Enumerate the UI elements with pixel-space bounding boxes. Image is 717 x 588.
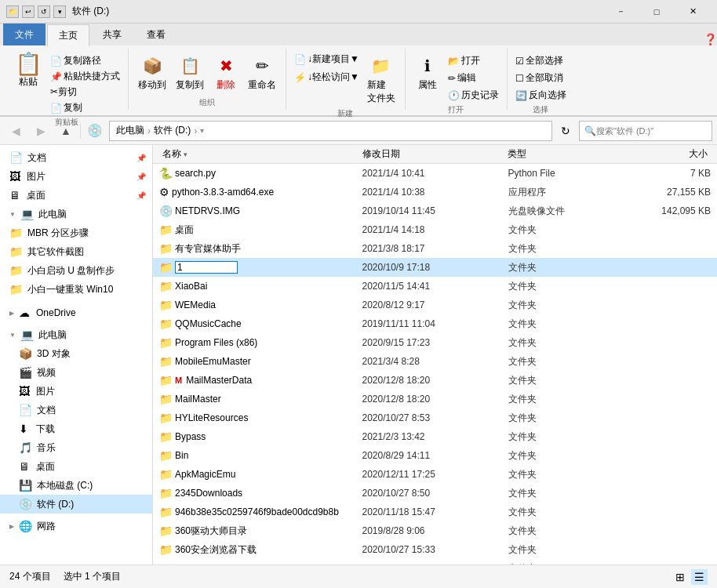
ribbon-group-select: ☑ 全部选择 ☐ 全部取消 🔄 反向选择 选择	[508, 49, 574, 110]
sidebar-item-desktop[interactable]: 🖥 桌面 📌	[0, 186, 152, 205]
table-row[interactable]: 📁 桌面 2021/1/4 14:18 文件夹	[153, 220, 717, 239]
properties-button[interactable]: ℹ 属性	[412, 52, 443, 93]
paste-button[interactable]: 📋 粘贴	[11, 52, 45, 90]
table-row[interactable]: 📁 946b38e35c0259746f9bade00dcd9b8b 2020/…	[153, 503, 717, 521]
sidebar-item-documents[interactable]: 📄 文档 📌	[0, 148, 152, 167]
sidebar-item-onedrive[interactable]: ▶ ☁ OneDrive	[0, 303, 152, 322]
table-row[interactable]: 📁 QQMusicCache 2019/11/11 11:04 文件夹	[153, 314, 717, 333]
edit-button[interactable]: ✏ 编辑	[446, 71, 500, 85]
table-row[interactable]: 🐍 search.py 2021/1/4 10:41 Python File 7…	[153, 164, 717, 183]
open-button[interactable]: 📂 打开	[446, 53, 500, 68]
sidebar-item-thispc-top[interactable]: ▼ 💻 此电脑	[0, 205, 152, 223]
undo-icon[interactable]: ↺	[38, 5, 50, 18]
help-button[interactable]: ❓	[704, 33, 717, 45]
column-date[interactable]: 修改日期	[359, 147, 505, 161]
list-view-button[interactable]: ☰	[691, 569, 708, 585]
maximize-button[interactable]: □	[639, 0, 675, 24]
file-icon: 📁	[159, 336, 173, 349]
table-row[interactable]: 💿 NETDRVS.IMG 2019/10/14 11:45 光盘映像文件 14…	[153, 201, 717, 220]
search-box[interactable]: 🔍	[579, 121, 712, 141]
column-type[interactable]: 类型	[504, 147, 627, 161]
sidebar-item-d-drive[interactable]: 💿 软件 (D:)	[0, 495, 152, 514]
sidebar-item-thispc[interactable]: ▼ 💻 此电脑	[0, 325, 152, 344]
tab-view[interactable]: 查看	[135, 24, 177, 45]
new-item-button[interactable]: 📄 ↓新建项目▼	[293, 52, 361, 67]
up-button[interactable]: ▲	[55, 122, 77, 140]
table-row[interactable]: 📁 ApkMagicEmu 2020/12/11 17:25 文件夹	[153, 465, 717, 484]
column-name[interactable]: 名称 ▾	[159, 147, 359, 161]
d-drive-icon: 💿	[19, 498, 32, 510]
grid-view-button[interactable]: ⊞	[672, 569, 688, 585]
table-row[interactable]: 📁 Program Files (x86) 2020/9/15 17:23 文件…	[153, 333, 717, 352]
sidebar-item-3d[interactable]: 📦 3D 对象	[0, 344, 152, 363]
sidebar-item-downloads[interactable]: ⬇ 下载	[0, 419, 152, 438]
tab-share[interactable]: 共享	[91, 24, 133, 45]
easy-access-button[interactable]: ⚡ ↓轻松访问▼	[293, 70, 361, 85]
sidebar-item-network[interactable]: ▶ 🌐 网路	[0, 517, 152, 535]
new-item-icon: 📄	[294, 54, 306, 65]
minimize-button[interactable]: －	[602, 0, 639, 24]
file-type: 文件夹	[508, 524, 630, 538]
table-row[interactable]: 📁 2345Downloads 2020/10/27 8:50 文件夹	[153, 484, 717, 503]
tab-file[interactable]: 文件	[3, 24, 45, 45]
sidebar-item-pictures2[interactable]: 🖼 图片	[0, 382, 152, 401]
table-row[interactable]: 📁 有专官媒体助手 2021/3/8 18:17 文件夹	[153, 239, 717, 258]
copy-button[interactable]: 📄 复制	[49, 100, 122, 115]
file-date: 2020/8/12 9:17	[362, 299, 508, 310]
quick-access-icon[interactable]: ↩	[22, 5, 35, 18]
sidebar-item-xiaobai-usb[interactable]: 📁 小白启动 U 盘制作步	[0, 261, 152, 280]
table-row[interactable]: 📁 MobileEmuMaster 2021/3/4 8:28 文件夹	[153, 352, 717, 371]
sidebar-item-documents2[interactable]: 📄 文档	[0, 401, 152, 419]
videos-icon: 🎬	[19, 366, 32, 379]
table-row[interactable]: 📁 HYLiteResources 2020/10/27 8:53 文件夹	[153, 408, 717, 427]
back-button[interactable]: ◀	[5, 122, 27, 140]
table-row[interactable]: 📁 M MailMasterData 2020/12/8 18:20 文件夹	[153, 371, 717, 390]
tab-home[interactable]: 主页	[47, 24, 89, 46]
table-row[interactable]: 📁 360安全浏览器下载 2020/10/27 15:33 文件夹	[153, 540, 717, 559]
custom-quick-access-icon[interactable]: ▾	[53, 5, 66, 18]
copy-to-button[interactable]: 📋 复制到	[173, 52, 207, 93]
file-icon: 📁	[159, 374, 173, 387]
table-row[interactable]: 📁 XiaoBai 2020/11/5 14:41 文件夹	[153, 277, 717, 296]
sidebar-item-software-screenshot[interactable]: 📁 其它软件截图	[0, 242, 152, 261]
copy-path-button[interactable]: 📄 复制路径	[49, 53, 122, 68]
file-list-area[interactable]: 名称 ▾ 修改日期 类型 大小 🐍 search.py 2021/1/4 10:…	[153, 145, 717, 564]
sidebar-item-pictures[interactable]: 🖼 图片 📌	[0, 167, 152, 186]
table-row[interactable]: 📁 Bypass 2021/2/3 13:42 文件夹	[153, 427, 717, 446]
file-icon: 📁	[159, 223, 173, 236]
table-row[interactable]: ⚙ python-3.8.3-amd64.exe 2021/1/4 10:38 …	[153, 183, 717, 201]
sidebar-item-desktop2[interactable]: 🖥 桌面	[0, 457, 152, 476]
forward-button[interactable]: ▶	[30, 122, 52, 140]
thispc-top-icon: 💻	[20, 208, 34, 220]
sidebar-item-mbr[interactable]: 📁 MBR 分区步骤	[0, 223, 152, 242]
new-folder-button[interactable]: 📁 新建 文件夹	[364, 52, 399, 107]
delete-button[interactable]: ✖ 删除	[210, 52, 242, 93]
sidebar-item-xiaobai-win10[interactable]: 📁 小白一键重装 Win10	[0, 280, 152, 299]
column-size[interactable]: 大小	[627, 147, 711, 161]
address-box[interactable]: 此电脑 › 软件 (D:) › ▾	[109, 121, 552, 141]
search-input[interactable]	[596, 126, 707, 136]
rename-input[interactable]	[175, 261, 238, 274]
paste-shortcut-button[interactable]: 📌 粘贴快捷方式	[49, 69, 122, 84]
table-row[interactable]: 📁 360驱动大师目录 2019/8/28 9:06 文件夹	[153, 521, 717, 540]
rename-button[interactable]: ✏ 重命名	[245, 52, 279, 93]
sidebar-item-videos[interactable]: 🎬 视频	[0, 363, 152, 382]
file-date: 2020/11/5 14:41	[362, 281, 508, 292]
close-button[interactable]: ✕	[675, 0, 711, 24]
select-none-button[interactable]: ☐ 全部取消	[514, 71, 568, 85]
table-row[interactable]: 📁 MailMaster 2020/12/8 18:20 文件夹	[153, 390, 717, 408]
refresh-button[interactable]: ↻	[555, 121, 576, 141]
properties-icon: ℹ	[415, 53, 440, 78]
table-row[interactable]: 📁 Bin 2020/8/29 14:11 文件夹	[153, 446, 717, 465]
select-all-button[interactable]: ☑ 全部选择	[514, 53, 568, 68]
table-row[interactable]: 📁 2020/10/9 17:18 文件夹	[153, 258, 717, 277]
invert-select-button[interactable]: 🔄 反向选择	[514, 88, 568, 103]
sidebar-item-music[interactable]: 🎵 音乐	[0, 438, 152, 457]
move-to-button[interactable]: 📦 移动到	[135, 52, 169, 93]
table-row[interactable]: 📁 WEMedia 2020/8/12 9:17 文件夹	[153, 296, 717, 314]
desktop-icon: 🖥	[9, 189, 22, 201]
cut-button[interactable]: ✂剪切	[49, 85, 122, 100]
sidebar-item-c-drive[interactable]: 💾 本地磁盘 (C:)	[0, 476, 152, 495]
history-button[interactable]: 🕐 历史记录	[446, 88, 500, 103]
table-row[interactable]: 📁 360downloads 2021/4/10 10:37 文件夹	[153, 559, 717, 564]
